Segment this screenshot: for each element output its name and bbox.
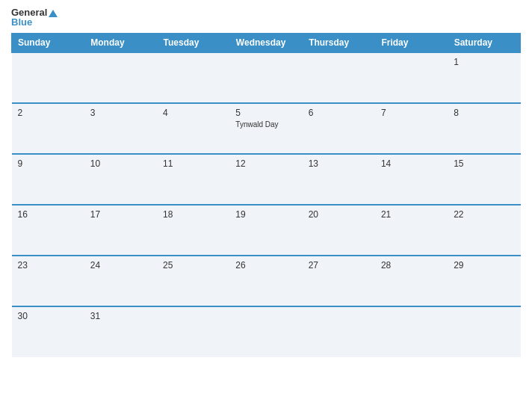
- day-number: 3: [90, 108, 151, 118]
- calendar-cell: 28: [375, 256, 448, 306]
- calendar-cell: 14: [375, 154, 448, 205]
- calendar-cell: 13: [303, 154, 375, 205]
- calendar-cell: [375, 306, 448, 357]
- day-number: 29: [454, 260, 514, 271]
- day-number: 7: [381, 108, 442, 118]
- day-number: 17: [90, 209, 151, 220]
- calendar-header-row: SundayMondayTuesdayWednesdayThursdayFrid…: [12, 34, 521, 53]
- day-number: 31: [90, 311, 151, 321]
- logo-triangle-icon: [49, 10, 58, 17]
- calendar-week-row: 16171819202122: [12, 205, 521, 256]
- calendar-cell: [12, 52, 84, 103]
- day-number: 11: [163, 158, 223, 169]
- calendar-cell: 24: [84, 256, 157, 306]
- day-number: 27: [309, 260, 369, 271]
- calendar-cell: 3: [84, 103, 157, 154]
- day-number: 1: [454, 57, 514, 67]
- weekday-row: SundayMondayTuesdayWednesdayThursdayFrid…: [12, 34, 521, 53]
- calendar-cell: 26: [229, 256, 302, 306]
- calendar-cell: 15: [448, 154, 520, 205]
- calendar-cell: 16: [12, 205, 84, 256]
- calendar-cell: 29: [448, 256, 520, 306]
- day-number: 18: [163, 209, 223, 220]
- day-number: 23: [18, 260, 78, 271]
- calendar-cell: 7: [375, 103, 448, 154]
- calendar-cell: 21: [375, 205, 448, 256]
- day-number: 15: [454, 158, 514, 169]
- day-number: 6: [309, 108, 369, 118]
- calendar-cell: [229, 52, 302, 103]
- day-number: 16: [18, 209, 78, 220]
- calendar-week-row: 2345Tynwald Day678: [12, 103, 521, 154]
- calendar-grid: SundayMondayTuesdayWednesdayThursdayFrid…: [11, 33, 521, 357]
- calendar-cell: 8: [448, 103, 520, 154]
- calendar-cell: [157, 306, 229, 357]
- day-number: 19: [235, 209, 296, 220]
- calendar-cell: [157, 52, 229, 103]
- weekday-header: Saturday: [448, 34, 520, 53]
- calendar-cell: 27: [303, 256, 375, 306]
- calendar-week-row: 1: [12, 52, 521, 103]
- day-number: 30: [18, 311, 78, 321]
- day-number: 4: [163, 108, 223, 118]
- calendar-cell: 2: [12, 103, 84, 154]
- day-number: 2: [18, 108, 78, 118]
- calendar-cell: 1: [448, 52, 520, 103]
- calendar-cell: [375, 52, 448, 103]
- calendar-cell: 25: [157, 256, 229, 306]
- calendar-cell: 18: [157, 205, 229, 256]
- calendar-body: 12345Tynwald Day678910111213141516171819…: [12, 52, 521, 357]
- day-number: 26: [235, 260, 296, 271]
- day-number: 28: [381, 260, 442, 271]
- calendar-cell: 6: [303, 103, 375, 154]
- calendar-cell: 4: [157, 103, 229, 154]
- weekday-header: Wednesday: [229, 34, 302, 53]
- weekday-header: Tuesday: [157, 34, 229, 53]
- day-number: 5: [235, 108, 296, 118]
- weekday-header: Thursday: [303, 34, 375, 53]
- weekday-header: Monday: [84, 34, 157, 53]
- calendar-week-row: 3031: [12, 306, 521, 357]
- day-number: 12: [235, 158, 296, 169]
- day-number: 24: [90, 260, 151, 271]
- calendar-cell: 31: [84, 306, 157, 357]
- day-number: 8: [454, 108, 514, 118]
- calendar-cell: 11: [157, 154, 229, 205]
- logo-blue-text: Blue: [11, 17, 32, 27]
- day-number: 10: [90, 158, 151, 169]
- calendar-cell: 5Tynwald Day: [229, 103, 302, 154]
- calendar-cell: 19: [229, 205, 302, 256]
- day-number: 9: [18, 158, 78, 169]
- day-number: 25: [163, 260, 223, 271]
- weekday-header: Sunday: [12, 34, 84, 53]
- logo: General Blue: [11, 7, 58, 27]
- calendar-cell: [84, 52, 157, 103]
- calendar-cell: 20: [303, 205, 375, 256]
- event-label: Tynwald Day: [235, 120, 296, 129]
- calendar-week-row: 9101112131415: [12, 154, 521, 205]
- calendar-cell: 10: [84, 154, 157, 205]
- calendar-cell: 9: [12, 154, 84, 205]
- day-number: 14: [381, 158, 442, 169]
- calendar-cell: 23: [12, 256, 84, 306]
- calendar-cell: [448, 306, 520, 357]
- weekday-header: Friday: [375, 34, 448, 53]
- day-number: 13: [309, 158, 369, 169]
- calendar-cell: 17: [84, 205, 157, 256]
- calendar-header: General Blue: [11, 7, 521, 27]
- calendar-cell: 12: [229, 154, 302, 205]
- calendar-cell: [303, 52, 375, 103]
- calendar-week-row: 23242526272829: [12, 256, 521, 306]
- day-number: 22: [454, 209, 514, 220]
- day-number: 21: [381, 209, 442, 220]
- calendar-container: General Blue SundayMondayTuesdayWednesda…: [0, 0, 532, 411]
- calendar-cell: [303, 306, 375, 357]
- day-number: 20: [309, 209, 369, 220]
- calendar-cell: 30: [12, 306, 84, 357]
- calendar-cell: 22: [448, 205, 520, 256]
- calendar-cell: [229, 306, 302, 357]
